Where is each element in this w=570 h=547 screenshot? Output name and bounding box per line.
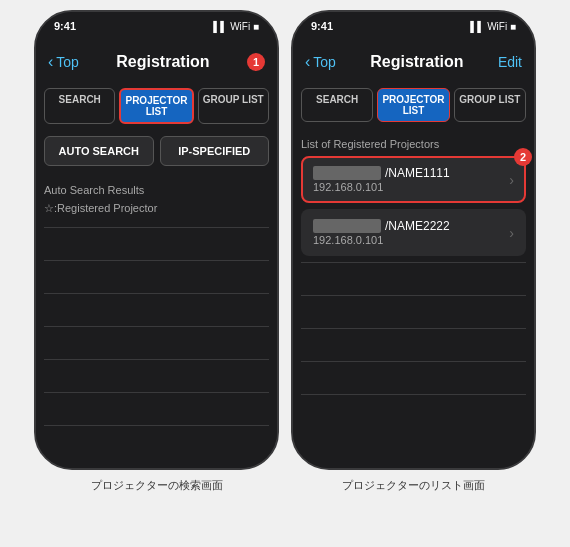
right-section-title: List of Registered Projectors — [301, 134, 526, 156]
right-tab-group-list[interactable]: GROUP LIST — [454, 88, 526, 122]
left-tab-search[interactable]: SEARCH — [44, 88, 115, 124]
projector-item-1[interactable]: ████████ /NAME1111 192.168.0.101 › 2 — [301, 156, 526, 203]
left-nav-title: Registration — [116, 53, 209, 71]
left-info: Auto Search Results ☆:Registered Project… — [44, 182, 269, 217]
projector-1-chevron: › — [509, 172, 514, 188]
right-caption: プロジェクターのリスト画面 — [342, 478, 485, 493]
right-phone: 9:41 ▌▌ WiFi ■ ‹ Top Registration Edit S… — [291, 10, 536, 470]
projector-1-suffix: /NAME1111 — [385, 166, 450, 180]
right-status-icons: ▌▌ WiFi ■ — [470, 21, 516, 32]
left-caption: プロジェクターの検索画面 — [91, 478, 223, 493]
left-back-chevron: ‹ — [48, 53, 53, 71]
left-phone-wrapper: 9:41 ▌▌ WiFi ■ ‹ Top Registration 1 SEAR… — [34, 10, 279, 493]
left-nav-bar: ‹ Top Registration 1 — [36, 40, 277, 84]
divider-7 — [44, 425, 269, 426]
right-nav-bar: ‹ Top Registration Edit — [293, 40, 534, 84]
right-tab-projector-list[interactable]: PROJECTOR LIST — [377, 88, 449, 122]
auto-search-button[interactable]: AUTO SEARCH — [44, 136, 154, 166]
left-content: Auto Search Results ☆:Registered Project… — [36, 174, 277, 468]
left-phone: 9:41 ▌▌ WiFi ■ ‹ Top Registration 1 SEAR… — [34, 10, 279, 470]
projector-2-chevron: › — [509, 225, 514, 241]
right-back-button[interactable]: ‹ Top — [305, 53, 336, 71]
left-tab-group-list[interactable]: GROUP LIST — [198, 88, 269, 124]
left-action-buttons: AUTO SEARCH IP-SPECIFIED — [36, 128, 277, 174]
projector-1-ip: 192.168.0.101 — [313, 181, 450, 193]
left-status-bar: 9:41 ▌▌ WiFi ■ — [36, 12, 277, 40]
left-tab-projector-list[interactable]: PROJECTOR LIST — [119, 88, 193, 124]
left-info-line2: ☆:Registered Projector — [44, 200, 269, 218]
left-badge: 1 — [247, 53, 265, 71]
left-status-icons: ▌▌ WiFi ■ — [213, 21, 259, 32]
ip-specified-button[interactable]: IP-SPECIFIED — [160, 136, 270, 166]
projector-2-blurred: ████████ — [313, 219, 381, 233]
projector-1-blurred: ████████ — [313, 166, 381, 180]
left-back-label: Top — [56, 54, 79, 70]
projector-2-name: ████████ /NAME2222 — [313, 219, 450, 233]
badge-2: 2 — [514, 148, 532, 166]
right-nav-title: Registration — [370, 53, 463, 71]
projector-2-ip: 192.168.0.101 — [313, 234, 450, 246]
right-content: List of Registered Projectors ████████ /… — [293, 126, 534, 468]
right-status-bar: 9:41 ▌▌ WiFi ■ — [293, 12, 534, 40]
left-nav-right: 1 — [247, 53, 265, 71]
left-back-button[interactable]: ‹ Top — [48, 53, 79, 71]
projector-1-name: ████████ /NAME1111 — [313, 166, 450, 180]
left-time: 9:41 — [54, 20, 76, 32]
right-phone-wrapper: 9:41 ▌▌ WiFi ■ ‹ Top Registration Edit S… — [291, 10, 536, 493]
right-tab-search[interactable]: SEARCH — [301, 88, 373, 122]
projector-item-2-text: ████████ /NAME2222 192.168.0.101 — [313, 219, 450, 246]
right-tab-bar: SEARCH PROJECTOR LIST GROUP LIST — [293, 84, 534, 126]
right-back-label: Top — [313, 54, 336, 70]
left-empty-list — [44, 227, 269, 426]
right-empty-list — [301, 262, 526, 395]
projector-item-1-text: ████████ /NAME1111 192.168.0.101 — [313, 166, 450, 193]
left-info-line1: Auto Search Results — [44, 182, 269, 200]
right-back-chevron: ‹ — [305, 53, 310, 71]
projector-2-suffix: /NAME2222 — [385, 219, 450, 233]
projector-item-2[interactable]: ████████ /NAME2222 192.168.0.101 › — [301, 209, 526, 256]
r-divider-5 — [301, 394, 526, 395]
right-edit-button[interactable]: Edit — [498, 54, 522, 70]
left-tab-bar: SEARCH PROJECTOR LIST GROUP LIST — [36, 84, 277, 128]
projector-1-right: › 2 — [509, 172, 514, 188]
right-time: 9:41 — [311, 20, 333, 32]
